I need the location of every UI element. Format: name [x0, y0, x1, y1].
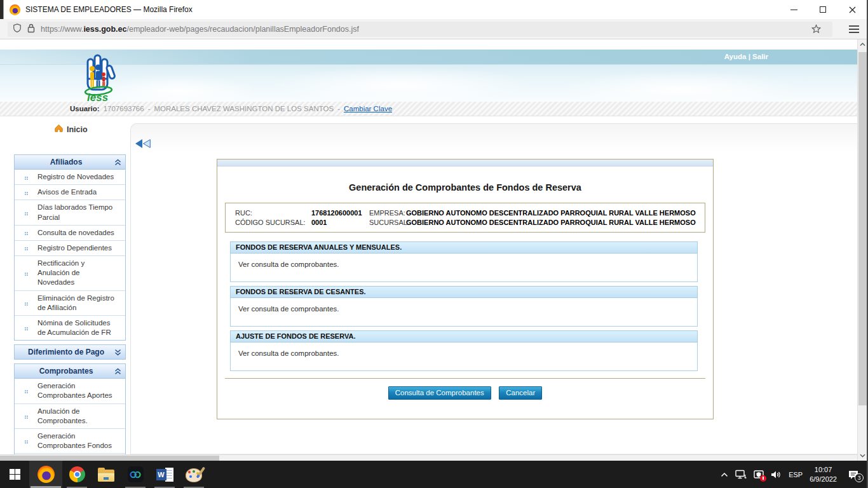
notification-count-badge: 3: [855, 473, 864, 482]
chrome-icon: [69, 466, 85, 482]
taskbar-chrome-button[interactable]: [62, 461, 92, 488]
chevron-double-up-icon[interactable]: [114, 368, 121, 375]
bullet-icon: [15, 273, 37, 274]
lock-icon[interactable]: [27, 24, 35, 36]
sidebar-item[interactable]: Generación Comprobantes Aportes: [15, 379, 125, 403]
user-id: 1707693766: [104, 105, 144, 112]
action-center-icon[interactable]: 3: [848, 470, 859, 480]
sidebar-item-label: Generación Comprobantes Fondos: [37, 431, 116, 451]
user-name: MORALES CHAVEZ WASHINGTON DE LOS SANTOS: [154, 105, 334, 112]
branch-code-value: 0001: [311, 219, 369, 226]
sidebar-item[interactable]: Días laborados Tiempo Parcial: [15, 200, 125, 225]
bullet-icon: [15, 192, 37, 193]
separator: [225, 378, 705, 379]
horizontal-scroll-thumb[interactable]: [0, 456, 219, 461]
section-body: Ver consulta de comprobantes.: [230, 254, 698, 282]
tracking-shield-icon[interactable]: [13, 23, 22, 36]
consult-vouchers-button[interactable]: Consulta de Comprobantes: [388, 386, 491, 400]
ruc-value: 1768120600001: [311, 209, 369, 217]
iess-logo: iess: [75, 53, 122, 105]
bullet-icon: [15, 416, 37, 417]
change-password-link[interactable]: Cambiar Clave: [344, 105, 392, 112]
chevron-double-up-icon[interactable]: [114, 159, 121, 166]
vertical-scroll-thumb[interactable]: [858, 52, 867, 405]
link-divider: |: [749, 53, 750, 60]
taskbar-webex-button[interactable]: [121, 461, 150, 488]
sidebar-item-label: Registro de Novedades: [37, 172, 116, 182]
section-body-link[interactable]: Ver consulta de comprobantes.: [238, 349, 339, 357]
panel-header-afiliados[interactable]: Afiliados: [15, 155, 125, 169]
help-link[interactable]: Ayuda: [724, 53, 747, 60]
chevron-double-down-icon[interactable]: [114, 349, 121, 356]
taskbar-explorer-button[interactable]: [92, 461, 121, 488]
bullet-icon: [15, 212, 37, 214]
hamburger-menu-icon[interactable]: [849, 25, 859, 33]
security-alert-icon[interactable]: [754, 470, 764, 480]
sidebar-panel-diferimiento: Diferimiento de Pago: [14, 344, 126, 360]
bullet-icon: [15, 247, 37, 248]
minimize-button[interactable]: [779, 0, 808, 19]
sidebar-item[interactable]: Rectificación y Anulación de Novedades: [15, 256, 125, 291]
sidebar-item-list: Registro de Novedades Avisos de Entrada …: [15, 169, 125, 340]
sidebar-item[interactable]: Registro de Novedades: [15, 170, 125, 185]
sidebar-item[interactable]: Avisos de Entrada: [15, 185, 125, 200]
company-value: GOBIERNO AUTONOMO DESCENTRALIZADO PARROQ…: [406, 209, 698, 217]
sidebar-item[interactable]: Nómina de Solicitudes de Acumulación de …: [15, 316, 125, 340]
page-content: Ayuda | Salir: [0, 39, 857, 454]
collapse-sidebar-icon[interactable]: [135, 139, 151, 151]
branch-label: SUCURSAL:: [369, 219, 406, 226]
sidebar-item-label: Consulta de novedades: [37, 228, 116, 238]
sidebar-item-label: Rectificación y Anulación de Novedades: [37, 259, 116, 288]
branch-code-label: CÓDIGO SUCURSAL:: [235, 219, 311, 226]
home-icon: [54, 123, 64, 135]
section-body-link[interactable]: Ver consulta de comprobantes.: [238, 261, 339, 268]
taskbar-paint-button[interactable]: [179, 461, 208, 488]
section-body: Ver consulta de comprobantes.: [230, 342, 698, 371]
sidebar-item[interactable]: Registro Dependientes: [15, 241, 125, 256]
window-title: SISTEMA DE EMPLEADORES — Mozilla Firefox: [25, 0, 193, 19]
clock[interactable]: 10:07 6/9/2022: [810, 465, 837, 484]
home-label: Inicio: [67, 125, 88, 134]
close-button[interactable]: [837, 0, 867, 19]
dash: -: [148, 105, 151, 112]
sidebar-panel-afiliados: Afiliados Registro de Novedades: [14, 154, 126, 341]
tray-chevron-up-icon[interactable]: [721, 472, 728, 477]
scroll-down-arrow[interactable]: [858, 451, 867, 461]
cancel-button[interactable]: Cancelar: [499, 386, 542, 400]
sidebar-item[interactable]: Consulta de novedades: [15, 226, 125, 241]
panel-header-diferimiento[interactable]: Diferimiento de Pago: [15, 345, 125, 359]
url-bar[interactable]: https://www.iess.gob.ec/empleador-web/pa…: [8, 22, 832, 37]
panel-header-comprobantes[interactable]: Comprobantes: [15, 364, 125, 378]
section: AJUSTE DE FONDOS DE RESERVA. Ver consult…: [230, 330, 698, 371]
section-header: FONDOS DE RESERVA ANUALES Y MENSUALES.: [230, 241, 698, 254]
webex-icon: [128, 466, 144, 482]
scroll-up-arrow[interactable]: [858, 39, 867, 50]
user-label: Usuario:: [70, 105, 100, 112]
taskbar: W: [0, 461, 868, 488]
maximize-button[interactable]: [808, 0, 837, 19]
network-icon[interactable]: [735, 470, 747, 479]
cloud-decoration: [267, 66, 534, 104]
section-body-link[interactable]: Ver consulta de comprobantes.: [238, 305, 339, 313]
sidebar-item[interactable]: Generación Comprobantes Fondos: [15, 429, 125, 454]
sidebar-item[interactable]: Anulación de Comprobantes.: [15, 404, 125, 429]
section-body: Ver consulta de comprobantes.: [230, 298, 698, 327]
sidebar-item[interactable]: Eliminación de Registro de Afiliación: [15, 291, 125, 316]
url-text: https://www.iess.gob.ec/empleador-web/pa…: [41, 25, 359, 34]
taskbar-word-button[interactable]: W: [150, 461, 179, 488]
volume-icon[interactable]: [771, 470, 782, 479]
word-icon: W: [156, 467, 173, 482]
start-button[interactable]: [0, 461, 29, 488]
home-link[interactable]: Inicio: [54, 123, 88, 135]
paint-icon: [186, 468, 202, 482]
browser-toolbar: https://www.iess.gob.ec/empleador-web/pa…: [0, 19, 868, 39]
bookmark-star-icon[interactable]: [811, 24, 821, 36]
firefox-icon: [37, 466, 55, 483]
sections: FONDOS DE RESERVA ANUALES Y MENSUALES. V…: [230, 241, 698, 371]
language-indicator[interactable]: ESP: [789, 471, 803, 478]
horizontal-scrollbar[interactable]: [0, 454, 857, 461]
vertical-scrollbar[interactable]: [857, 39, 867, 461]
section: FONDOS DE RESERVA ANUALES Y MENSUALES. V…: [230, 241, 698, 282]
exit-link[interactable]: Salir: [752, 53, 768, 60]
taskbar-firefox-button[interactable]: [29, 461, 62, 488]
